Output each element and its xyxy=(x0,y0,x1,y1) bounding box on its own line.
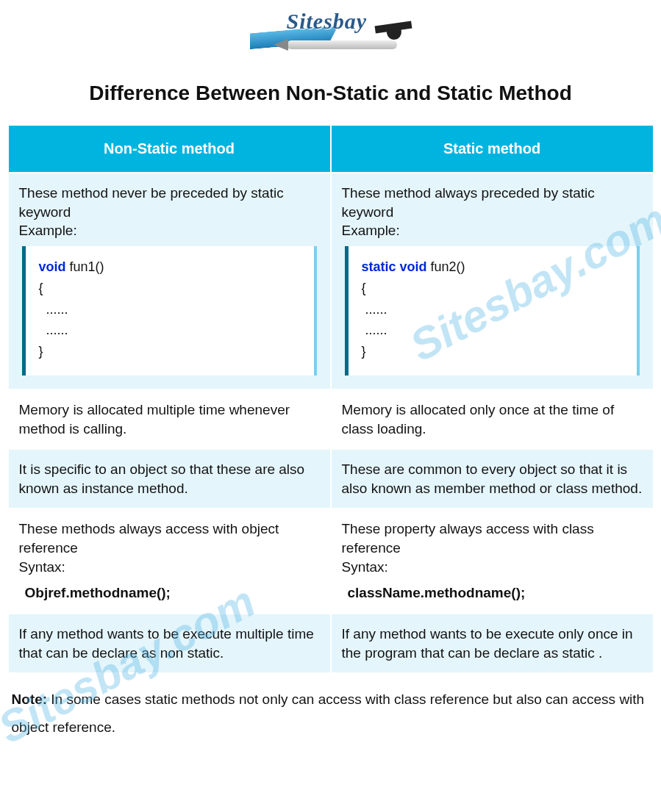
cell-right: These method always preceded by static k… xyxy=(332,173,653,389)
cell-text: These method always preceded by static k… xyxy=(342,184,643,240)
note-text: In some cases static methods not only ca… xyxy=(12,691,645,735)
header-static: Static method xyxy=(332,126,653,172)
cell-right: These are common to every object so that… xyxy=(332,450,653,508)
note: Note: In some cases static methods not o… xyxy=(7,686,654,756)
cell-text: If any method wants to be execute only o… xyxy=(342,625,643,662)
cell-left: If any method wants to be execute multip… xyxy=(9,614,330,672)
cell-text: Memory is allocated multiple time whenev… xyxy=(19,400,320,438)
graduation-cap-icon xyxy=(374,21,412,34)
cell-right: If any method wants to be execute only o… xyxy=(332,614,653,672)
cell-text: If any method wants to be execute multip… xyxy=(19,625,320,662)
cell-text: These method never be preceded by static… xyxy=(19,184,320,240)
code-body: { ...... ...... } xyxy=(39,278,301,362)
syntax-text: Objref.methodname(); xyxy=(25,583,320,603)
logo-wrap: Sitesbay xyxy=(0,0,661,65)
syntax-text: className.methodname(); xyxy=(348,583,643,603)
cell-left: These methods always access with object … xyxy=(9,509,330,613)
logo-pen xyxy=(287,40,397,49)
cell-right: These property always access with class … xyxy=(332,509,653,613)
logo-text: Sitesbay xyxy=(287,9,368,34)
cell-text: These methods always access with object … xyxy=(19,520,320,576)
cell-right: Memory is allocated only once at the tim… xyxy=(332,390,653,448)
code-box: void fun1(){ ...... ...... } xyxy=(22,246,317,376)
code-keyword: static void xyxy=(362,259,427,274)
table-row: These method never be preceded by static… xyxy=(9,173,653,389)
cell-text: It is specific to an object so that thes… xyxy=(19,460,320,497)
sitesbay-logo: Sitesbay xyxy=(235,7,426,59)
table-row: If any method wants to be execute multip… xyxy=(9,614,653,672)
note-label: Note: xyxy=(12,691,48,707)
page-title: Difference Between Non-Static and Static… xyxy=(0,82,661,105)
table-row: Memory is allocated multiple time whenev… xyxy=(9,390,653,448)
cell-text: Memory is allocated only once at the tim… xyxy=(342,400,643,438)
code-keyword: void xyxy=(39,259,66,274)
code-fn: fun2() xyxy=(431,259,465,274)
table-row: It is specific to an object so that thes… xyxy=(9,450,653,508)
cell-text: These property always access with class … xyxy=(342,520,643,576)
header-non-static: Non-Static method xyxy=(9,126,330,172)
cell-left: These method never be preceded by static… xyxy=(9,173,330,389)
comparison-table: Non-Static method Static method These me… xyxy=(7,124,654,674)
code-body: { ...... ...... } xyxy=(362,278,624,362)
cell-left: It is specific to an object so that thes… xyxy=(9,450,330,508)
cell-left: Memory is allocated multiple time whenev… xyxy=(9,390,330,448)
code-fn: fun1() xyxy=(70,259,104,274)
cell-text: These are common to every object so that… xyxy=(342,460,643,497)
code-box: static void fun2(){ ...... ...... } xyxy=(345,246,640,376)
table-row: These methods always access with object … xyxy=(9,509,653,613)
